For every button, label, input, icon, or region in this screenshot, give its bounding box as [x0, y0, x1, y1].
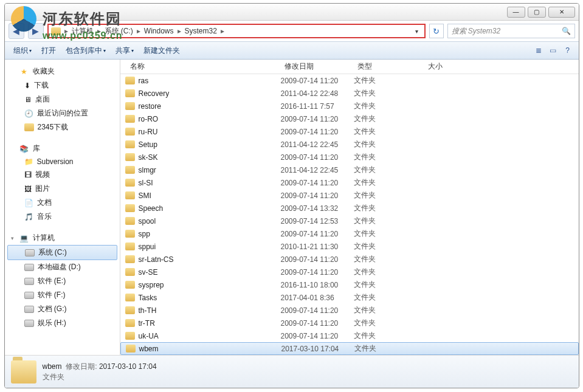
breadcrumb[interactable]: 计算机: [69, 26, 96, 36]
breadcrumb-sep: ▸: [219, 27, 226, 35]
sidebar-item[interactable]: 🖼图片: [7, 182, 117, 196]
file-row[interactable]: ro-RO2009-07-14 11:20文件夹: [120, 112, 579, 125]
titlebar: — ▢ ✕: [5, 4, 579, 21]
file-name: uk-UA: [139, 332, 159, 340]
sidebar-item-drive-c[interactable]: 系统 (C:): [7, 245, 117, 260]
file-date: 2017-04-01 8:36: [276, 294, 349, 302]
file-type: 文件夹: [349, 190, 419, 201]
sidebar-item[interactable]: 🎞视频: [7, 168, 117, 182]
column-header-date[interactable]: 修改日期: [280, 61, 353, 72]
file-row[interactable]: sl-SI2009-07-14 11:20文件夹: [120, 176, 579, 189]
search-input[interactable]: 搜索 System32 🔍: [447, 24, 575, 38]
file-date: 2009-07-14 11:20: [276, 128, 349, 136]
file-row[interactable]: wbem2017-03-10 17:04文件夹: [120, 342, 579, 355]
folder-icon: [125, 217, 135, 225]
new-folder-button[interactable]: 新建文件夹: [139, 42, 185, 59]
column-header-type[interactable]: 类型: [353, 61, 423, 72]
sidebar-item-drive-e[interactable]: 软件 (E:): [7, 274, 117, 288]
search-icon[interactable]: 🔍: [562, 27, 571, 35]
forward-button[interactable]: ▶: [28, 23, 44, 39]
file-type: 文件夹: [349, 267, 419, 277]
file-date: 2009-07-14 11:20: [276, 77, 349, 85]
file-row[interactable]: sr-Latn-CS2009-07-14 11:20文件夹: [120, 253, 579, 266]
sidebar-item[interactable]: ⬇下载: [7, 78, 117, 92]
refresh-button[interactable]: ↻: [429, 24, 444, 38]
file-row[interactable]: sk-SK2009-07-14 11:20文件夹: [120, 151, 579, 163]
file-row[interactable]: SMI2009-07-14 11:20文件夹: [120, 189, 579, 202]
back-button[interactable]: ◀: [9, 23, 24, 39]
sidebar-item-drive-f[interactable]: 软件 (F:): [7, 288, 117, 302]
file-date: 2017-03-10 17:04: [277, 345, 350, 353]
file-row[interactable]: tr-TR2009-07-14 11:20文件夹: [120, 317, 579, 329]
sidebar-item[interactable]: 🕘最近访问的位置: [7, 106, 117, 120]
file-name: SMI: [139, 191, 151, 200]
star-icon: ★: [19, 67, 29, 77]
help-button[interactable]: ?: [561, 44, 575, 57]
sidebar-computer-header[interactable]: ▾💻计算机: [7, 231, 117, 245]
breadcrumb[interactable]: 系统 (C:): [102, 26, 136, 36]
address-bar[interactable]: ▸ 计算机 ▸ 系统 (C:) ▸ Windows ▸ System32 ▸ ▾: [47, 24, 426, 38]
sidebar-item-drive-g[interactable]: 文档 (G:): [7, 302, 117, 316]
file-type: 文件夹: [349, 292, 419, 303]
column-headers: 名称 修改日期 类型 大小: [120, 60, 579, 74]
file-date: 2009-07-14 11:20: [276, 332, 349, 340]
sidebar-item[interactable]: 2345下载: [7, 120, 117, 134]
file-row[interactable]: Setup2011-04-12 22:45文件夹: [120, 138, 579, 151]
sidebar-item[interactable]: 📄文档: [7, 196, 117, 210]
file-row[interactable]: sv-SE2009-07-14 11:20文件夹: [120, 266, 579, 278]
organize-button[interactable]: 组织▾: [9, 42, 36, 59]
maximize-button[interactable]: ▢: [528, 7, 546, 18]
file-row[interactable]: Tasks2017-04-01 8:36文件夹: [120, 291, 579, 304]
include-in-library-button[interactable]: 包含到库中▾: [61, 42, 111, 59]
file-row[interactable]: spool2009-07-14 12:53文件夹: [120, 215, 579, 227]
column-header-name[interactable]: 名称: [125, 61, 280, 72]
file-name: th-TH: [139, 306, 157, 315]
file-row[interactable]: uk-UA2009-07-14 11:20文件夹: [120, 329, 579, 342]
file-name: sysprep: [139, 281, 164, 289]
breadcrumb-sep: ▸: [63, 27, 69, 35]
sidebar-favorites-header[interactable]: ★收藏夹: [7, 64, 117, 78]
folder-icon: [125, 191, 135, 199]
sidebar-item[interactable]: 📁Subversion: [7, 156, 117, 168]
file-date: 2009-07-14 11:20: [276, 191, 349, 200]
view-options-button[interactable]: ≣: [531, 44, 546, 57]
file-row[interactable]: th-TH2009-07-14 11:20文件夹: [120, 304, 579, 317]
minimize-button[interactable]: —: [507, 7, 525, 18]
file-date: 2011-04-12 22:45: [276, 140, 349, 149]
file-row[interactable]: sppui2010-11-21 11:30文件夹: [120, 240, 579, 253]
file-name: Recovery: [139, 89, 170, 98]
file-type: 文件夹: [349, 101, 419, 111]
file-row[interactable]: ru-RU2009-07-14 11:20文件夹: [120, 125, 579, 138]
file-name: spool: [139, 217, 156, 225]
details-pane: wbem 修改日期: 2017-03-10 17:04 文件夹: [5, 355, 579, 388]
sidebar: ★收藏夹 ⬇下载 🖥桌面 🕘最近访问的位置 2345下载 📚库 📁Subvers…: [5, 60, 120, 355]
folder-icon: [125, 153, 135, 161]
share-button[interactable]: 共享▾: [111, 42, 139, 59]
file-type: 文件夹: [349, 216, 419, 226]
breadcrumb[interactable]: System32: [182, 27, 219, 35]
file-row[interactable]: ras2009-07-14 11:20文件夹: [120, 74, 579, 87]
file-row[interactable]: Recovery2011-04-12 22:48文件夹: [120, 87, 579, 100]
close-button[interactable]: ✕: [548, 7, 575, 18]
document-icon: 📄: [24, 199, 33, 207]
address-dropdown[interactable]: ▾: [412, 28, 422, 35]
drive-icon: [24, 292, 34, 299]
file-row[interactable]: restore2016-11-11 7:57文件夹: [120, 100, 579, 112]
file-date: 2009-07-14 11:20: [276, 319, 349, 328]
sidebar-library-header[interactable]: 📚库: [7, 142, 117, 156]
sidebar-item[interactable]: 🎵音乐: [7, 210, 117, 224]
folder-icon: [125, 115, 135, 123]
sidebar-favorites-group: ★收藏夹 ⬇下载 🖥桌面 🕘最近访问的位置 2345下载: [7, 64, 117, 134]
file-row[interactable]: spp2009-07-14 11:20文件夹: [120, 227, 579, 240]
sidebar-item[interactable]: 🖥桌面: [7, 92, 117, 106]
sidebar-item-drive-h[interactable]: 娱乐 (H:): [7, 316, 117, 330]
breadcrumb[interactable]: Windows: [142, 27, 176, 35]
file-row[interactable]: sysprep2016-11-10 18:00文件夹: [120, 278, 579, 291]
open-button[interactable]: 打开: [36, 42, 61, 59]
file-row[interactable]: slmgr2011-04-12 22:45文件夹: [120, 163, 579, 176]
sidebar-item-drive-d[interactable]: 本地磁盘 (D:): [7, 260, 117, 274]
column-header-size[interactable]: 大小: [423, 61, 472, 72]
file-date: 2009-07-14 11:20: [276, 179, 349, 187]
file-row[interactable]: Speech2009-07-14 13:32文件夹: [120, 202, 579, 215]
preview-pane-button[interactable]: ▭: [546, 44, 561, 57]
